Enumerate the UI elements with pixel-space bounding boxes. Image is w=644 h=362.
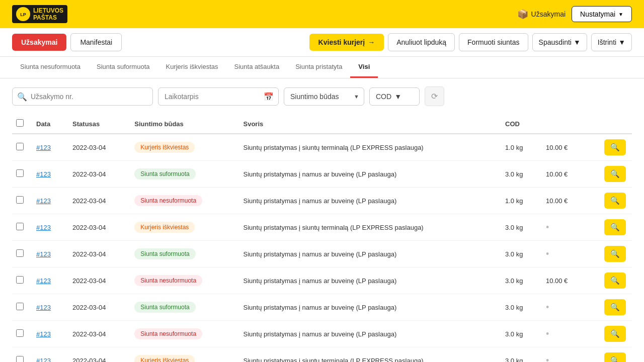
row-search-button[interactable]: 🔍 bbox=[604, 352, 626, 362]
svoris: 3.0 kg bbox=[499, 347, 540, 363]
svoris: 1.0 kg bbox=[499, 188, 540, 214]
arrow-right-icon: → bbox=[368, 38, 375, 46]
calendar-icon[interactable]: 📅 bbox=[264, 92, 274, 101]
status-badge: Siunta suformuota bbox=[134, 302, 195, 313]
chevron-down-icon: ▼ bbox=[618, 12, 623, 17]
order-id-link[interactable]: #123 bbox=[36, 357, 51, 363]
status-badge: Kurjeris iškviestas bbox=[134, 355, 195, 362]
reset-icon: ⟳ bbox=[431, 92, 438, 101]
siuntimo-select[interactable]: Siuntimo būdas bbox=[284, 87, 364, 106]
tab-visi[interactable]: Visi bbox=[350, 57, 378, 78]
order-date: 2022-03-04 bbox=[66, 294, 128, 321]
cod-empty-dot: • bbox=[546, 355, 549, 363]
logo-area: LP LIETUVOS PAŠTAS bbox=[12, 5, 67, 24]
date-input[interactable] bbox=[158, 87, 279, 106]
chevron-down-icon: ▼ bbox=[618, 38, 625, 46]
tab-siunta-suformuota[interactable]: Siunta suformuota bbox=[89, 57, 158, 78]
nustatymai-button[interactable]: Nustatymai ▼ bbox=[572, 6, 632, 22]
select-all-checkbox[interactable] bbox=[16, 119, 24, 127]
row-checkbox[interactable] bbox=[16, 249, 24, 257]
order-id-link[interactable]: #123 bbox=[36, 144, 51, 151]
cod-empty-dot: • bbox=[546, 329, 549, 339]
logo-text: LIETUVOS PAŠTAS bbox=[33, 7, 63, 22]
row-checkbox[interactable] bbox=[16, 223, 24, 230]
status-badge: Siunta suformuota bbox=[134, 248, 195, 259]
row-checkbox[interactable] bbox=[16, 196, 24, 204]
spausdinti-label: Spausdinti bbox=[539, 38, 572, 46]
row-checkbox[interactable] bbox=[16, 143, 24, 150]
row-search-button[interactable]: 🔍 bbox=[604, 326, 626, 342]
order-id-link[interactable]: #123 bbox=[36, 197, 51, 205]
cod-button[interactable]: COD ▼ bbox=[369, 87, 420, 106]
search-input[interactable] bbox=[12, 87, 153, 106]
order-date: 2022-03-04 bbox=[66, 214, 128, 241]
order-id-link[interactable]: #123 bbox=[36, 170, 51, 178]
cod-empty-dot: • bbox=[546, 222, 549, 232]
cod-label: COD bbox=[376, 93, 391, 101]
order-id-link[interactable]: #123 bbox=[36, 304, 51, 311]
row-search-button[interactable]: 🔍 bbox=[604, 193, 626, 209]
order-date: 2022-03-04 bbox=[66, 188, 128, 214]
order-id-link[interactable]: #123 bbox=[36, 224, 51, 231]
svg-text:LP: LP bbox=[20, 12, 26, 17]
table-row: #1232022-03-04Siunta suformuotaSiuntų pr… bbox=[12, 294, 632, 321]
row-search-button[interactable]: 🔍 bbox=[604, 139, 626, 155]
istrinti-button[interactable]: Ištrinti ▼ bbox=[591, 33, 632, 51]
row-search-button[interactable]: 🔍 bbox=[604, 273, 626, 289]
siuntimo-budas: Siuntų pristatymas į siuntų terminalą (L… bbox=[237, 134, 499, 161]
anuliuot-button[interactable]: Anuliuot lipduką bbox=[388, 33, 455, 51]
row-checkbox[interactable] bbox=[16, 276, 24, 284]
row-search-button[interactable]: 🔍 bbox=[604, 246, 626, 262]
col-header- bbox=[540, 114, 586, 134]
row-checkbox[interactable] bbox=[16, 356, 24, 362]
header-uzsakymai-link[interactable]: 📦 Užsakymai bbox=[517, 9, 566, 20]
order-date: 2022-03-04 bbox=[66, 134, 128, 161]
header-right: 📦 Užsakymai Nustatymai ▼ bbox=[517, 6, 632, 22]
row-search-button[interactable]: 🔍 bbox=[604, 299, 626, 315]
search-wrap: 🔍 bbox=[12, 87, 153, 106]
siuntimo-budas: Siuntų pristatymas į siuntų terminalą (L… bbox=[237, 347, 499, 363]
uzsakymai-tab-button[interactable]: Užsakymai bbox=[12, 34, 66, 51]
order-id-link[interactable]: #123 bbox=[36, 330, 51, 338]
table-row: #1232022-03-04Kurjeris iškviestasSiuntų … bbox=[12, 214, 632, 241]
order-date: 2022-03-04 bbox=[66, 241, 128, 267]
filter-reset-button[interactable]: ⟳ bbox=[425, 86, 444, 106]
row-search-button[interactable]: 🔍 bbox=[604, 166, 626, 182]
kviesti-kurjeri-button[interactable]: Kviesti kurjerį → bbox=[309, 34, 384, 51]
tab-siunta-atšaukta[interactable]: Siunta atšaukta bbox=[226, 57, 288, 78]
siuntimo-budas: Siuntų pristatymas į namus ar buveinę (L… bbox=[237, 321, 499, 347]
siuntimo-budas: Siuntų pristatymas į namus ar buveinę (L… bbox=[237, 161, 499, 188]
col-header-data: Data bbox=[30, 114, 66, 134]
tab-siunta-pristatyta[interactable]: Siunta pristatyta bbox=[287, 57, 350, 78]
table-row: #1232022-03-04Siunta suformuotaSiuntų pr… bbox=[12, 161, 632, 188]
order-date: 2022-03-04 bbox=[66, 161, 128, 188]
cod-select-wrap: COD ▼ bbox=[369, 87, 420, 106]
istrinti-label: Ištrinti bbox=[598, 38, 616, 46]
order-id-link[interactable]: #123 bbox=[36, 277, 51, 285]
siuntimo-budas: Siuntų pristatymas į namus ar buveinę (L… bbox=[237, 294, 499, 321]
status-badge: Kurjeris iškviestas bbox=[134, 222, 195, 233]
formuoti-button[interactable]: Formuoti siuntas bbox=[459, 33, 528, 51]
tab-siunta-nesuformuota[interactable]: Siunta nesuformuota bbox=[12, 57, 89, 78]
tab-kurjeris-iškviestas[interactable]: Kurjeris iškviestas bbox=[157, 57, 226, 78]
spausdinti-button[interactable]: Spausdinti ▼ bbox=[532, 33, 587, 51]
siuntimo-select-wrap: Siuntimo būdas ▼ bbox=[284, 87, 364, 106]
chevron-down-icon: ▼ bbox=[394, 93, 401, 101]
tabs: Siunta nesuformuotaSiunta suformuotaKurj… bbox=[0, 57, 644, 78]
table-wrap: DataStatusasSiuntimo būdasSvorisCOD #123… bbox=[0, 114, 644, 362]
row-checkbox[interactable] bbox=[16, 169, 24, 177]
table-row: #1232022-03-04Siunta suformuotaSiuntų pr… bbox=[12, 241, 632, 267]
row-search-button[interactable]: 🔍 bbox=[604, 219, 626, 235]
svoris: 3.0 kg bbox=[499, 214, 540, 241]
status-badge: Siunta nesuformuota bbox=[134, 328, 202, 339]
siuntimo-budas: Siuntų pristatymas į namus ar buveinę (L… bbox=[237, 241, 499, 267]
order-id-link[interactable]: #123 bbox=[36, 250, 51, 258]
filters: 🔍 📅 Siuntimo būdas ▼ COD ▼ ⟳ bbox=[0, 78, 644, 114]
row-checkbox[interactable] bbox=[16, 329, 24, 337]
status-badge: Kurjeris iškviestas bbox=[134, 142, 195, 153]
cod-value: 10.00 € bbox=[540, 161, 586, 188]
date-wrap: 📅 bbox=[158, 87, 279, 106]
logo-box: LP LIETUVOS PAŠTAS bbox=[12, 5, 67, 24]
row-checkbox[interactable] bbox=[16, 303, 24, 310]
manifestai-tab-button[interactable]: Manifestai bbox=[70, 33, 122, 51]
